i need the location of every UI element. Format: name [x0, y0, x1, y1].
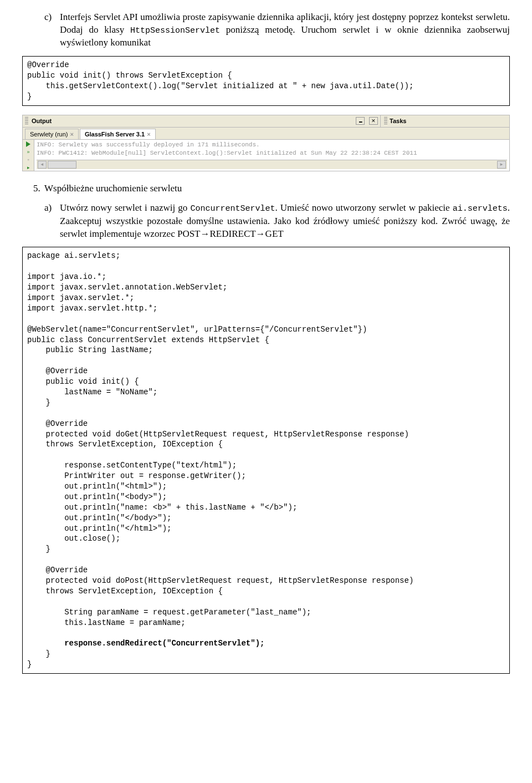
section-5-heading: 5.Współbieżne uruchomienie serwletu: [22, 182, 510, 195]
section-a-text-1: Utwórz nowy serwlet i nazwij go: [60, 202, 190, 213]
ide-header-output: Output 🗕 ✕: [23, 115, 380, 127]
drag-handle-icon: [384, 117, 387, 125]
drag-handle-icon: [25, 117, 28, 125]
tasks-label: Tasks: [390, 117, 406, 125]
gutter-icon[interactable]: ▫: [25, 156, 32, 163]
minimize-button[interactable]: 🗕: [356, 117, 365, 125]
ide-tabs: Serwlety (run) × GlassFish Server 3.1 ×: [23, 128, 509, 140]
section-a-text-2: . Umieść nowo utworzony serwlet w pakiec…: [275, 202, 452, 213]
tab-label: Serwlety (run): [30, 130, 68, 139]
play-icon[interactable]: [25, 141, 32, 148]
section-c-letter: c): [44, 11, 60, 24]
code-concurrent-bold: response.sendRedirect("ConcurrentServlet…: [64, 639, 264, 648]
tab-label: GlassFish Server 3.1: [85, 130, 145, 139]
output-label: Output: [32, 117, 52, 125]
ide-output-panel: Output 🗕 ✕ Tasks Serwlety (run) × GlassF…: [22, 115, 510, 172]
section-c-paragraph: c)Interfejs Servlet API umożliwia proste…: [22, 11, 510, 49]
scroll-right-icon[interactable]: ►: [497, 161, 506, 169]
code-box-concurrent: package ai.servlets; import java.io.*; i…: [22, 247, 510, 674]
ide-console: INFO: Serwlety was successfully deployed…: [34, 140, 509, 171]
close-button[interactable]: ✕: [369, 117, 378, 125]
close-icon[interactable]: ×: [147, 130, 150, 139]
scroll-left-icon[interactable]: ◄: [38, 161, 47, 169]
scrollbar[interactable]: ◄ ►: [37, 160, 507, 169]
tab-serwlety-run[interactable]: Serwlety (run) ×: [25, 129, 79, 140]
tab-glassfish[interactable]: GlassFish Server 3.1 ×: [80, 129, 156, 140]
section-a-code-inline-1: ConcurrentServlet: [190, 204, 275, 213]
section-c-code-inline: HttpSessionServlet: [130, 26, 220, 35]
section-5-number: 5.: [33, 182, 44, 195]
close-icon[interactable]: ×: [70, 130, 73, 139]
section-a-paragraph: a)Utwórz nowy serwlet i nazwij go Concur…: [22, 202, 510, 240]
log-line-2: INFO: PWC1412: WebModule[null] ServletCo…: [37, 149, 507, 157]
code-box-init: @Override public void init() throws Serv…: [22, 56, 510, 106]
code-init-content: @Override public void init() throws Serv…: [27, 60, 413, 101]
ide-body: » ▫ ▸ INFO: Serwlety was successfully de…: [23, 140, 509, 171]
code-concurrent-pre: package ai.servlets; import java.io.*; i…: [27, 251, 413, 648]
gutter-icon[interactable]: ▸: [25, 164, 32, 171]
section-a-code-inline-2: ai.servlets: [453, 204, 508, 213]
section-5-title: Współbieżne uruchomienie serwletu: [44, 183, 182, 194]
ide-header-tasks: Tasks: [380, 115, 509, 127]
ide-gutter: » ▫ ▸: [23, 140, 34, 171]
gutter-icon[interactable]: »: [25, 149, 32, 155]
code-concurrent-post: } }: [27, 649, 50, 669]
section-a-letter: a): [44, 202, 60, 215]
log-line-1: INFO: Serwlety was successfully deployed…: [37, 141, 507, 149]
scroll-thumb[interactable]: [48, 161, 76, 169]
ide-header: Output 🗕 ✕ Tasks: [23, 115, 509, 128]
